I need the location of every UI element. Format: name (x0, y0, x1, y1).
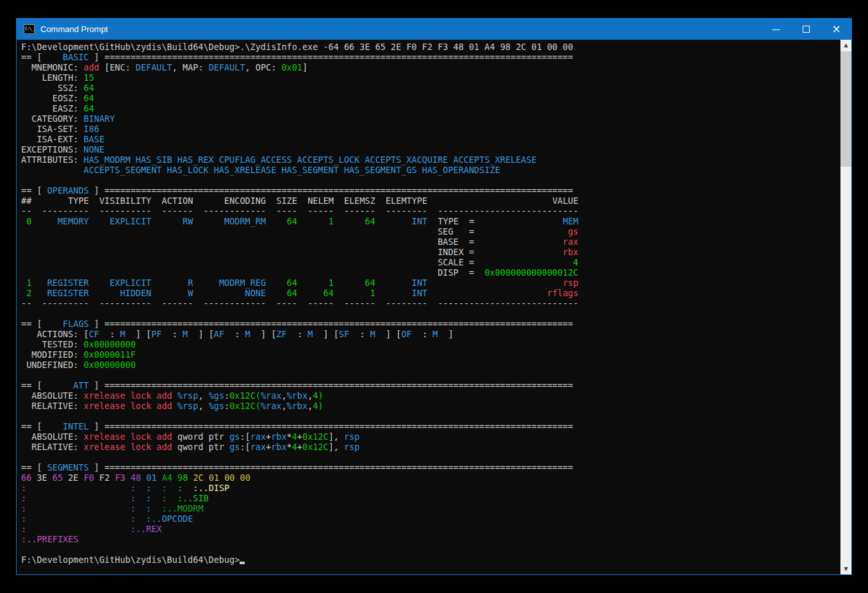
terminal-line: : : : :..MODRM (21, 503, 840, 514)
terminal-line (21, 411, 840, 421)
terminal-line: ATTRIBUTES: HAS_MODRM HAS_SIB HAS_REX CP… (21, 155, 840, 165)
terminal-line: == [ FLAGS ] ===========================… (21, 319, 840, 329)
terminal-line: == [ OPERANDS ] ========================… (21, 185, 840, 196)
terminal-line: : :..REX (21, 524, 840, 534)
terminal-line: EXCEPTIONS: NONE (21, 144, 840, 155)
terminal-line: F:\Development\GitHub\zydis\Build64\Debu… (21, 42, 840, 52)
terminal-line: 66 3E 65 2E F0 F2 F3 48 01 A4 98 2C 01 0… (21, 472, 840, 483)
terminal-line: == [ SEGMENTS ] ========================… (21, 462, 840, 472)
terminal-line: ABSOLUTE: xrelease lock add qword ptr gs… (21, 431, 840, 442)
terminal-line: == [ BASIC ] ===========================… (21, 52, 840, 62)
terminal-line: 0 MEMORY EXPLICIT RW MODRM_RM 64 1 64 IN… (21, 216, 840, 226)
terminal-line: LENGTH: 15 (21, 72, 840, 83)
terminal-line: :..PREFIXES (21, 534, 840, 544)
terminal-line: : : : : :..SIB (21, 493, 840, 503)
scroll-up-icon: ▲ (844, 42, 848, 48)
terminal-line: ABSOLUTE: xrelease lock add %rsp, %gs:0x… (21, 390, 840, 401)
terminal-line: -- --------- ---------- ------ ---------… (21, 206, 840, 216)
terminal-line: MODIFIED: 0x0000011F (21, 349, 840, 360)
terminal-line: ISA-EXT: BASE (21, 134, 840, 144)
scrollbar[interactable]: ▲ ▼ (840, 40, 851, 574)
terminal-line (21, 370, 840, 380)
minimize-icon: — (772, 24, 780, 34)
terminal-line: DISP = 0x000000000000012C (21, 267, 840, 278)
terminal-line: ## TYPE VISIBILITY ACTION ENCODING SIZE … (21, 196, 840, 206)
terminal-line: -- --------- ---------- ------ ---------… (21, 298, 840, 308)
window-content: F:\Development\GitHub\zydis\Build64\Debu… (17, 40, 851, 574)
terminal-line: == [ INTEL ] ===========================… (21, 421, 840, 431)
maximize-icon (803, 26, 810, 33)
terminal-line: SEG = gs (21, 226, 840, 237)
scroll-up-button[interactable]: ▲ (840, 40, 851, 51)
terminal-line: : : :..OPCODE (21, 514, 840, 524)
terminal-line: RELATIVE: xrelease lock add qword ptr gs… (21, 442, 840, 452)
terminal-line: MNEMONIC: add [ENC: DEFAULT, MAP: DEFAUL… (21, 62, 840, 72)
terminal-line: TESTED: 0x00000000 (21, 339, 840, 349)
terminal-line (21, 544, 840, 555)
close-icon: × (831, 24, 840, 34)
terminal-line: ACTIONS: [CF : M ] [PF : M ] [AF : M ] [… (21, 329, 840, 339)
terminal-line: EOSZ: 64 (21, 93, 840, 103)
terminal-line (21, 308, 840, 319)
terminal-line: ISA-SET: I86 (21, 124, 840, 134)
window-controls: — × (761, 19, 851, 40)
terminal-line: 2 REGISTER HIDDEN W NONE 64 64 1 INT rfl… (21, 288, 840, 298)
close-button[interactable]: × (821, 19, 851, 40)
maximize-button[interactable] (791, 19, 821, 40)
cmd-icon[interactable]: C:\_ (24, 24, 35, 34)
terminal-line: UNDEFINED: 0x00000000 (21, 360, 840, 370)
terminal-line: F:\Development\GitHub\zydis\Build64\Debu… (21, 555, 840, 565)
terminal-line (21, 175, 840, 185)
terminal-line (21, 452, 840, 462)
command-prompt-window: C:\_ Command Prompt — × F:\Development\G… (16, 18, 852, 575)
window-title: Command Prompt (40, 24, 108, 34)
title-bar[interactable]: C:\_ Command Prompt — × (17, 19, 851, 40)
scroll-down-icon: ▼ (844, 566, 848, 572)
terminal-line: SCALE = 4 (21, 257, 840, 267)
minimize-button[interactable]: — (761, 19, 791, 40)
terminal-line: INDEX = rbx (21, 247, 840, 257)
terminal-line: SSZ: 64 (21, 83, 840, 93)
terminal-line: : : : : : :..DISP (21, 483, 840, 493)
terminal-line: ACCEPTS_SEGMENT HAS_LOCK HAS_XRELEASE HA… (21, 165, 840, 175)
text-cursor (240, 556, 245, 564)
terminal-line: EASZ: 64 (21, 103, 840, 113)
terminal-line: BASE = rax (21, 237, 840, 247)
terminal-line: == [ ATT ] =============================… (21, 380, 840, 390)
terminal-line: CATEGORY: BINARY (21, 113, 840, 124)
scroll-down-button[interactable]: ▼ (840, 564, 851, 574)
scrollbar-thumb[interactable] (840, 51, 851, 167)
terminal-line: 1 REGISTER EXPLICIT R MODRM_REG 64 1 64 … (21, 278, 840, 288)
terminal-output[interactable]: F:\Development\GitHub\zydis\Build64\Debu… (17, 40, 840, 574)
terminal-line: RELATIVE: xrelease lock add %rsp, %gs:0x… (21, 401, 840, 411)
